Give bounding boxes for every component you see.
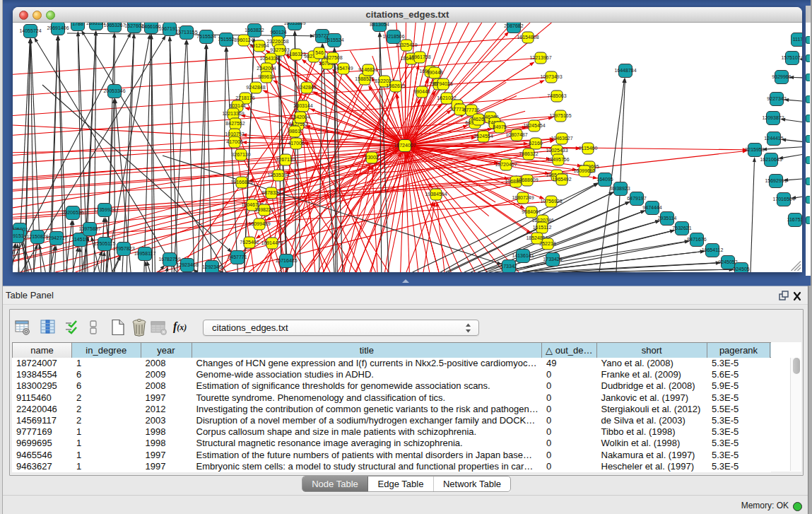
svg-text:924505: 924505 bbox=[733, 267, 749, 271]
svg-text:20206536: 20206536 bbox=[61, 210, 83, 215]
svg-text:3498222: 3498222 bbox=[254, 207, 273, 212]
svg-text:16713155: 16713155 bbox=[175, 30, 197, 35]
svg-text:1788: 1788 bbox=[72, 23, 83, 26]
svg-text:2803144: 2803144 bbox=[293, 103, 312, 108]
svg-text:16033809: 16033809 bbox=[283, 23, 305, 25]
svg-text:10756928: 10756928 bbox=[540, 199, 562, 204]
svg-text:23226058: 23226058 bbox=[266, 39, 288, 44]
svg-text:13325419: 13325419 bbox=[395, 42, 417, 47]
svg-text:10653267: 10653267 bbox=[103, 23, 125, 28]
svg-text:1244415: 1244415 bbox=[764, 136, 783, 141]
svg-text:8427552: 8427552 bbox=[225, 121, 245, 126]
svg-text:1733426: 1733426 bbox=[543, 257, 562, 262]
svg-text:7625402: 7625402 bbox=[240, 240, 259, 245]
svg-text:18495756: 18495756 bbox=[547, 157, 569, 162]
svg-text:3267130: 3267130 bbox=[231, 152, 250, 157]
svg-text:8878332: 8878332 bbox=[261, 190, 281, 195]
svg-text:10543382: 10543382 bbox=[259, 56, 281, 61]
svg-text:18807249: 18807249 bbox=[512, 195, 534, 200]
svg-text:252214: 252214 bbox=[539, 241, 555, 246]
svg-text:417006: 417006 bbox=[288, 141, 304, 146]
svg-text:7515524: 7515524 bbox=[324, 37, 343, 42]
svg-text:62160: 62160 bbox=[529, 141, 543, 146]
svg-text:39151: 39151 bbox=[13, 233, 24, 238]
svg-text:7515524: 7515524 bbox=[196, 34, 216, 39]
svg-text:9084067: 9084067 bbox=[522, 209, 541, 214]
svg-text:990448: 990448 bbox=[426, 70, 442, 75]
svg-text:19166825: 19166825 bbox=[230, 180, 252, 185]
svg-text:12213369: 12213369 bbox=[222, 111, 244, 116]
svg-text:8215958: 8215958 bbox=[745, 147, 764, 152]
svg-text:13535394: 13535394 bbox=[267, 173, 289, 177]
svg-text:12093872: 12093872 bbox=[762, 115, 784, 120]
svg-text:546: 546 bbox=[315, 50, 324, 55]
svg-text:16154808: 16154808 bbox=[517, 35, 539, 40]
svg-text:6479197: 6479197 bbox=[627, 196, 646, 201]
svg-text:990443: 990443 bbox=[413, 89, 430, 94]
svg-text:15751074: 15751074 bbox=[781, 55, 802, 60]
svg-text:417006: 417006 bbox=[226, 139, 242, 144]
svg-text:7986322: 7986322 bbox=[519, 151, 538, 156]
svg-text:16210643: 16210643 bbox=[760, 157, 782, 162]
svg-text:12923468: 12923468 bbox=[176, 262, 198, 267]
svg-text:17016504: 17016504 bbox=[772, 197, 794, 201]
svg-text:8454749: 8454749 bbox=[334, 66, 353, 71]
svg-text:14136141: 14136141 bbox=[512, 253, 534, 258]
svg-text:960124: 960124 bbox=[270, 30, 286, 35]
svg-text:10463627: 10463627 bbox=[551, 136, 572, 141]
svg-text:3624554: 3624554 bbox=[473, 134, 493, 139]
svg-text:16782759: 16782759 bbox=[158, 257, 180, 262]
svg-text:8938923: 8938923 bbox=[611, 186, 630, 191]
svg-text:1615112: 1615112 bbox=[533, 225, 552, 230]
svg-text:10025433: 10025433 bbox=[546, 148, 567, 153]
svg-text:84975: 84975 bbox=[493, 124, 507, 129]
svg-text:23002: 23002 bbox=[365, 155, 379, 160]
svg-text:9457771: 9457771 bbox=[228, 255, 247, 259]
svg-text:7632621: 7632621 bbox=[672, 226, 691, 230]
svg-text:9115460: 9115460 bbox=[579, 146, 598, 151]
svg-text:10807487: 10807487 bbox=[505, 132, 527, 137]
svg-text:3267130: 3267130 bbox=[276, 157, 295, 162]
svg-text:18724007: 18724007 bbox=[394, 143, 416, 148]
svg-text:1292346: 1292346 bbox=[202, 264, 221, 269]
svg-text:9227342: 9227342 bbox=[767, 96, 786, 101]
svg-text:1965492: 1965492 bbox=[552, 177, 571, 182]
svg-text:2342004: 2342004 bbox=[257, 66, 276, 71]
svg-text:6794028: 6794028 bbox=[433, 81, 452, 86]
svg-text:9146821: 9146821 bbox=[358, 67, 377, 72]
svg-text:20691406: 20691406 bbox=[47, 25, 69, 30]
svg-text:8960124: 8960124 bbox=[234, 37, 253, 42]
svg-text:9242848: 9242848 bbox=[246, 85, 265, 90]
svg-text:8186323: 8186323 bbox=[286, 52, 305, 57]
svg-text:13975887: 13975887 bbox=[78, 226, 100, 231]
svg-text:12505115: 12505115 bbox=[94, 241, 116, 246]
svg-text:19384594: 19384594 bbox=[425, 192, 447, 197]
svg-text:9242848: 9242848 bbox=[297, 85, 316, 90]
svg-text:9861: 9861 bbox=[289, 129, 300, 134]
svg-text:15692991: 15692991 bbox=[765, 178, 787, 183]
svg-text:16099489: 16099489 bbox=[248, 221, 270, 226]
svg-text:1117: 1117 bbox=[793, 37, 802, 42]
svg-text:15720407: 15720407 bbox=[495, 162, 517, 167]
svg-text:10958117: 10958117 bbox=[134, 251, 156, 256]
svg-text:2935114: 2935114 bbox=[658, 216, 677, 221]
svg-text:116753: 116753 bbox=[787, 217, 802, 222]
svg-text:1010753: 1010753 bbox=[225, 132, 244, 136]
svg-text:12213967: 12213967 bbox=[529, 55, 551, 60]
svg-text:9245052: 9245052 bbox=[718, 259, 737, 264]
svg-text:9329966: 9329966 bbox=[772, 74, 791, 79]
svg-text:15716485: 15716485 bbox=[275, 258, 297, 263]
svg-text:2087682: 2087682 bbox=[504, 23, 523, 28]
svg-text:1588520: 1588520 bbox=[355, 76, 374, 81]
svg-text:9474444: 9474444 bbox=[642, 205, 661, 210]
svg-text:2718176: 2718176 bbox=[235, 95, 254, 100]
svg-text:19218506: 19218506 bbox=[382, 34, 404, 39]
svg-text:17957823: 17957823 bbox=[112, 246, 134, 251]
svg-text:12942717: 12942717 bbox=[45, 235, 67, 240]
svg-text:18245454: 18245454 bbox=[523, 123, 545, 128]
svg-text:8471676: 8471676 bbox=[687, 237, 706, 242]
svg-text:173342: 173342 bbox=[500, 264, 517, 269]
svg-text:12975165: 12975165 bbox=[549, 113, 571, 118]
svg-text:114519: 114519 bbox=[72, 237, 88, 242]
svg-text:751552: 751552 bbox=[218, 37, 234, 42]
